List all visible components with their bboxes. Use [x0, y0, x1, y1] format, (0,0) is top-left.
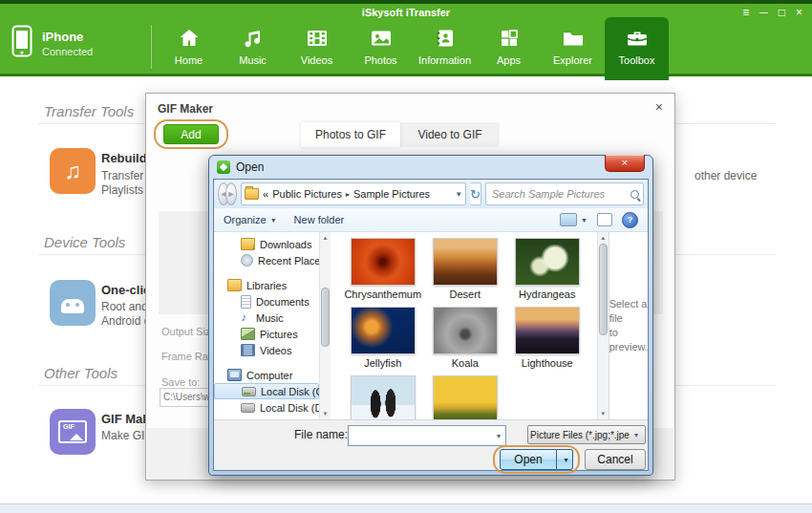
tab-photos-to-gif[interactable]: Photos to GIF — [301, 122, 400, 147]
open-dialog-title: Open — [236, 160, 264, 174]
cancel-button[interactable]: Cancel — [585, 449, 646, 470]
help-icon[interactable]: ? — [622, 212, 638, 228]
nav-label: Music — [239, 54, 267, 66]
breadcrumb-sample-pictures[interactable]: Sample Pictures — [353, 188, 430, 200]
pictures-library-icon — [241, 328, 255, 340]
nav-item-photos[interactable]: Photos — [349, 17, 413, 76]
file-thumb-hydrangeas[interactable]: Hydrangeas — [506, 238, 588, 307]
breadcrumb-public-pictures[interactable]: Public Pictures — [272, 188, 342, 200]
scrollbar-thumb[interactable] — [599, 244, 608, 335]
tree-item-computer[interactable]: Computer — [214, 367, 319, 383]
breadcrumb-prefix[interactable]: « — [263, 188, 268, 200]
address-dropdown-icon[interactable]: ▼ — [455, 190, 462, 199]
tree-scrollbar[interactable]: ▲ ▼ — [319, 232, 331, 419]
photo-icon — [369, 24, 394, 53]
nav-item-music[interactable]: Music — [221, 17, 285, 76]
file-thumb-desert[interactable]: Desert — [424, 238, 506, 307]
nav-label: Apps — [497, 54, 521, 66]
scroll-up-icon[interactable]: ▲ — [322, 232, 328, 244]
close-icon[interactable]: × — [796, 6, 802, 19]
jellyfish-image — [351, 307, 416, 354]
lighthouse-image — [515, 307, 580, 354]
file-name-combo[interactable]: ▼ — [348, 425, 506, 446]
file-thumb-chrysanthemum[interactable]: Chrysanthemum — [342, 238, 424, 307]
scrollbar-thumb[interactable] — [321, 288, 330, 347]
tree-item-recent-places[interactable]: Recent Places — [214, 252, 319, 268]
file-name-input[interactable] — [349, 430, 492, 441]
views-button[interactable]: ▼ — [560, 213, 588, 226]
open-split-caret-icon[interactable]: ▼ — [557, 449, 573, 470]
file-type-value: Picture Files (*.jpg;*.jpeg;*.png; — [530, 430, 630, 440]
tree-item-local-disk-d[interactable]: Local Disk (D:) — [214, 399, 319, 416]
preview-pane-icon[interactable] — [597, 213, 612, 226]
chrysanthemum-image — [351, 238, 416, 286]
contacts-book-icon — [434, 24, 457, 53]
penguins-image — [351, 375, 416, 419]
minimize-icon[interactable]: ─ — [759, 6, 768, 19]
folder-icon — [245, 188, 259, 200]
tree-item-documents[interactable]: Documents — [214, 293, 319, 310]
gif-maker-close-icon[interactable]: × — [655, 99, 663, 115]
file-thumb-koala[interactable]: Koala — [424, 307, 506, 375]
tool-desc-line: Android d — [101, 314, 150, 328]
search-box[interactable] — [485, 182, 644, 205]
open-dialog-app-icon — [217, 160, 230, 174]
gif-maker-tool-icon[interactable]: GIF — [50, 409, 96, 455]
address-bar[interactable]: « Public Pictures ▸ Sample Pictures ▼ — [241, 182, 466, 205]
tree-item-pictures[interactable]: Pictures — [214, 326, 319, 342]
file-thumb-tulips[interactable] — [424, 375, 506, 419]
file-thumb-jellyfish[interactable]: Jellyfish — [342, 307, 424, 375]
section-heading-transfer-tools: Transfer Tools — [44, 103, 134, 119]
chevron-down-icon: ▼ — [270, 217, 277, 224]
scroll-down-icon[interactable]: ▼ — [322, 408, 328, 419]
preview-hint-line: Select a file — [609, 297, 648, 326]
chevron-down-icon: ▼ — [630, 432, 643, 438]
nav-item-information[interactable]: Information — [413, 17, 477, 76]
scroll-up-icon[interactable]: ▲ — [600, 232, 606, 244]
open-dialog-close-icon[interactable]: × — [605, 155, 645, 172]
android-root-icon[interactable] — [50, 280, 96, 326]
tree-item-videos[interactable]: Videos — [214, 342, 319, 358]
apps-grid-icon — [498, 24, 521, 53]
add-button[interactable]: Add — [163, 124, 219, 144]
open-dialog-titlebar[interactable]: Open × — [209, 156, 652, 179]
tree-item-downloads[interactable]: Downloads — [214, 236, 319, 252]
device-name: iPhone — [42, 30, 93, 44]
nav-item-explorer[interactable]: Explorer — [541, 17, 605, 76]
breadcrumb-separator-icon: ▸ — [346, 190, 350, 199]
nav-item-videos[interactable]: Videos — [285, 17, 349, 76]
tab-video-to-gif[interactable]: Video to GIF — [400, 122, 500, 147]
preview-pane: Select a file to preview. — [609, 232, 648, 419]
file-thumb-penguins[interactable] — [342, 375, 424, 419]
nav-item-apps[interactable]: Apps — [477, 17, 541, 76]
file-thumb-lighthouse[interactable]: Lighthouse — [506, 307, 588, 375]
file-type-dropdown[interactable]: Picture Files (*.jpg;*.jpeg;*.png; ▼ — [527, 425, 646, 444]
tree-item-local-disk-c[interactable]: Local Disk (C:) — [214, 383, 319, 399]
refresh-icon[interactable]: ↻ — [470, 182, 481, 205]
file-list-scrollbar[interactable]: ▲ ▼ — [597, 232, 609, 419]
menu-icon[interactable]: ≡ — [742, 6, 749, 19]
main-nav: Home Music Videos Photos Information App… — [157, 17, 669, 76]
tree-item-libraries[interactable]: Libraries — [214, 277, 319, 293]
documents-icon — [241, 295, 251, 309]
nav-item-home[interactable]: Home — [157, 17, 221, 76]
app-window: iSkysoft iTransfer ≡ ─ □ × iPhone Connec… — [0, 0, 812, 513]
nav-label: Photos — [364, 54, 396, 66]
views-icon — [560, 213, 577, 226]
search-input[interactable] — [490, 187, 630, 201]
disk-d-icon — [241, 403, 255, 413]
open-button[interactable]: Open — [500, 449, 557, 470]
music-library-icon: ♪ — [241, 312, 251, 323]
forward-icon[interactable]: ► — [225, 182, 237, 205]
folder-icon — [561, 24, 586, 53]
scroll-down-icon[interactable]: ▼ — [600, 408, 606, 419]
organize-button[interactable]: Organize ▼ — [224, 214, 277, 225]
desert-image — [433, 238, 498, 286]
tree-item-music[interactable]: ♪Music — [214, 310, 319, 326]
rebuild-itunes-icon[interactable]: ♫ — [50, 148, 96, 194]
device-status[interactable]: iPhone Connected — [11, 25, 93, 61]
new-folder-button[interactable]: New folder — [294, 214, 345, 225]
nav-item-toolbox[interactable]: Toolbox — [605, 17, 669, 80]
maximize-icon[interactable]: □ — [779, 6, 785, 19]
chevron-down-icon[interactable]: ▼ — [492, 433, 505, 439]
